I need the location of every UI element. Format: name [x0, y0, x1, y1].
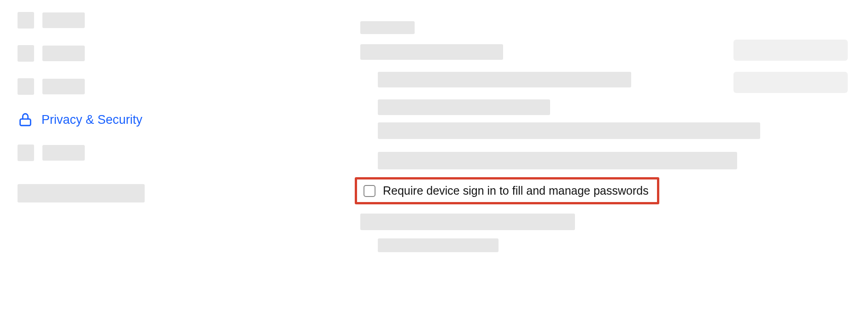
content-placeholder: [378, 99, 550, 115]
placeholder-icon: [18, 78, 34, 95]
svg-rect-0: [20, 119, 31, 126]
content-placeholder: [378, 238, 499, 252]
placeholder-icon: [18, 12, 34, 29]
require-device-signin-checkbox[interactable]: [364, 185, 375, 197]
sidebar-item-placeholder-1[interactable]: [18, 11, 161, 29]
action-button-placeholder[interactable]: [733, 210, 848, 231]
content-placeholder: [378, 72, 631, 87]
action-button-placeholder[interactable]: [733, 72, 848, 93]
sidebar-item-placeholder-5[interactable]: [18, 144, 161, 162]
require-device-signin-option: Require device sign in to fill and manag…: [355, 177, 659, 204]
action-button-placeholder[interactable]: [733, 40, 848, 61]
main-content: Require device sign in to fill and manag…: [170, 0, 868, 324]
sidebar-footer-placeholder: [18, 184, 145, 202]
sidebar-item-placeholder-3[interactable]: [18, 77, 161, 96]
content-placeholder: [378, 152, 737, 169]
placeholder-label: [42, 46, 85, 61]
content-placeholder: [360, 21, 415, 34]
placeholder-label: [42, 145, 85, 161]
placeholder-label: [42, 12, 85, 28]
sidebar: Privacy & Security: [0, 0, 170, 324]
placeholder-icon: [18, 45, 34, 62]
require-device-signin-label: Require device sign in to fill and manag…: [383, 184, 649, 197]
sidebar-item-label: Privacy & Security: [41, 113, 142, 127]
content-placeholder: [360, 214, 575, 230]
content-placeholder: [360, 44, 503, 60]
settings-page: Privacy & Security Require device sign i…: [0, 0, 868, 324]
content-placeholder: [378, 122, 760, 139]
sidebar-item-privacy-security[interactable]: Privacy & Security: [18, 110, 161, 129]
lock-icon: [18, 112, 33, 127]
sidebar-item-placeholder-2[interactable]: [18, 44, 161, 63]
placeholder-icon: [18, 145, 34, 161]
placeholder-label: [42, 79, 85, 94]
